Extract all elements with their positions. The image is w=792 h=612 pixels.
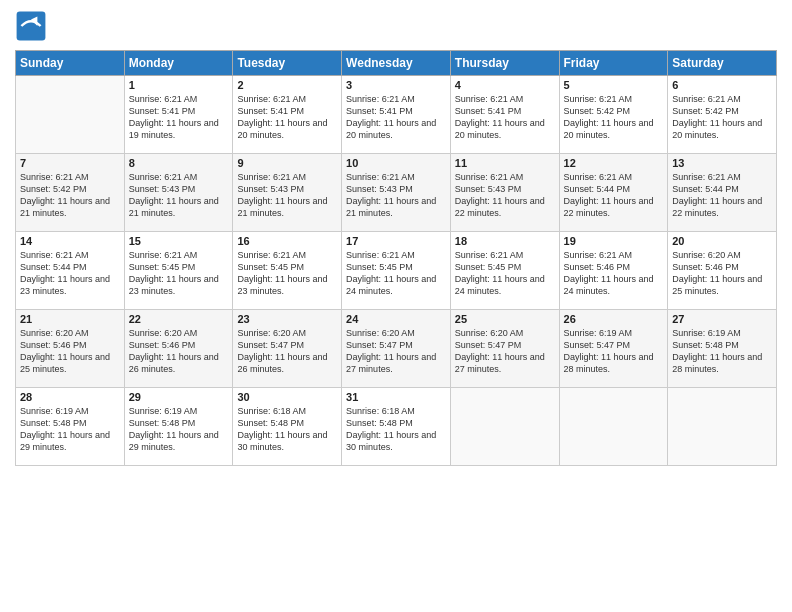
calendar-week-row: 7 Sunrise: 6:21 AM Sunset: 5:42 PM Dayli…	[16, 154, 777, 232]
day-info: Sunrise: 6:21 AM Sunset: 5:42 PM Dayligh…	[672, 93, 772, 142]
sunset-label: Sunset: 5:47 PM	[455, 340, 522, 350]
calendar-cell: 18 Sunrise: 6:21 AM Sunset: 5:45 PM Dayl…	[450, 232, 559, 310]
calendar-cell: 20 Sunrise: 6:20 AM Sunset: 5:46 PM Dayl…	[668, 232, 777, 310]
calendar-cell: 24 Sunrise: 6:20 AM Sunset: 5:47 PM Dayl…	[342, 310, 451, 388]
sunset-label: Sunset: 5:45 PM	[455, 262, 522, 272]
day-number: 25	[455, 313, 555, 325]
daylight-label: Daylight: 11 hours and 20 minutes.	[455, 118, 545, 140]
daylight-label: Daylight: 11 hours and 25 minutes.	[672, 274, 762, 296]
calendar-cell: 7 Sunrise: 6:21 AM Sunset: 5:42 PM Dayli…	[16, 154, 125, 232]
day-info: Sunrise: 6:19 AM Sunset: 5:47 PM Dayligh…	[564, 327, 664, 376]
sunset-label: Sunset: 5:48 PM	[237, 418, 304, 428]
calendar-week-row: 28 Sunrise: 6:19 AM Sunset: 5:48 PM Dayl…	[16, 388, 777, 466]
day-info: Sunrise: 6:20 AM Sunset: 5:47 PM Dayligh…	[455, 327, 555, 376]
day-headers-row: Sunday Monday Tuesday Wednesday Thursday…	[16, 51, 777, 76]
calendar-cell: 14 Sunrise: 6:21 AM Sunset: 5:44 PM Dayl…	[16, 232, 125, 310]
day-number: 20	[672, 235, 772, 247]
day-number: 27	[672, 313, 772, 325]
daylight-label: Daylight: 11 hours and 25 minutes.	[20, 352, 110, 374]
sunset-label: Sunset: 5:45 PM	[237, 262, 304, 272]
sunrise-label: Sunrise: 6:21 AM	[129, 172, 198, 182]
header-sunday: Sunday	[16, 51, 125, 76]
daylight-label: Daylight: 11 hours and 26 minutes.	[237, 352, 327, 374]
daylight-label: Daylight: 11 hours and 23 minutes.	[237, 274, 327, 296]
calendar-cell: 1 Sunrise: 6:21 AM Sunset: 5:41 PM Dayli…	[124, 76, 233, 154]
day-number: 10	[346, 157, 446, 169]
day-number: 31	[346, 391, 446, 403]
daylight-label: Daylight: 11 hours and 30 minutes.	[237, 430, 327, 452]
sunset-label: Sunset: 5:48 PM	[346, 418, 413, 428]
day-info: Sunrise: 6:21 AM Sunset: 5:41 PM Dayligh…	[346, 93, 446, 142]
daylight-label: Daylight: 11 hours and 28 minutes.	[564, 352, 654, 374]
calendar-cell: 26 Sunrise: 6:19 AM Sunset: 5:47 PM Dayl…	[559, 310, 668, 388]
calendar-cell: 16 Sunrise: 6:21 AM Sunset: 5:45 PM Dayl…	[233, 232, 342, 310]
day-number: 14	[20, 235, 120, 247]
calendar-cell: 19 Sunrise: 6:21 AM Sunset: 5:46 PM Dayl…	[559, 232, 668, 310]
sunrise-label: Sunrise: 6:21 AM	[564, 172, 633, 182]
day-number: 3	[346, 79, 446, 91]
day-info: Sunrise: 6:21 AM Sunset: 5:44 PM Dayligh…	[672, 171, 772, 220]
day-info: Sunrise: 6:20 AM Sunset: 5:46 PM Dayligh…	[129, 327, 229, 376]
day-info: Sunrise: 6:21 AM Sunset: 5:45 PM Dayligh…	[455, 249, 555, 298]
logo	[15, 10, 51, 42]
sunset-label: Sunset: 5:41 PM	[455, 106, 522, 116]
header-friday: Friday	[559, 51, 668, 76]
sunset-label: Sunset: 5:42 PM	[20, 184, 87, 194]
sunrise-label: Sunrise: 6:18 AM	[237, 406, 306, 416]
day-number: 4	[455, 79, 555, 91]
calendar-cell	[16, 76, 125, 154]
daylight-label: Daylight: 11 hours and 21 minutes.	[346, 196, 436, 218]
daylight-label: Daylight: 11 hours and 27 minutes.	[455, 352, 545, 374]
day-number: 2	[237, 79, 337, 91]
daylight-label: Daylight: 11 hours and 26 minutes.	[129, 352, 219, 374]
calendar-cell: 22 Sunrise: 6:20 AM Sunset: 5:46 PM Dayl…	[124, 310, 233, 388]
daylight-label: Daylight: 11 hours and 22 minutes.	[672, 196, 762, 218]
sunset-label: Sunset: 5:48 PM	[672, 340, 739, 350]
sunset-label: Sunset: 5:48 PM	[20, 418, 87, 428]
day-number: 6	[672, 79, 772, 91]
day-number: 21	[20, 313, 120, 325]
header	[15, 10, 777, 42]
daylight-label: Daylight: 11 hours and 30 minutes.	[346, 430, 436, 452]
sunset-label: Sunset: 5:46 PM	[672, 262, 739, 272]
sunset-label: Sunset: 5:45 PM	[346, 262, 413, 272]
sunrise-label: Sunrise: 6:21 AM	[237, 250, 306, 260]
day-number: 19	[564, 235, 664, 247]
day-number: 9	[237, 157, 337, 169]
daylight-label: Daylight: 11 hours and 27 minutes.	[346, 352, 436, 374]
sunrise-label: Sunrise: 6:21 AM	[564, 94, 633, 104]
calendar-cell: 11 Sunrise: 6:21 AM Sunset: 5:43 PM Dayl…	[450, 154, 559, 232]
calendar-cell: 6 Sunrise: 6:21 AM Sunset: 5:42 PM Dayli…	[668, 76, 777, 154]
header-monday: Monday	[124, 51, 233, 76]
day-number: 11	[455, 157, 555, 169]
day-info: Sunrise: 6:21 AM Sunset: 5:41 PM Dayligh…	[237, 93, 337, 142]
sunrise-label: Sunrise: 6:21 AM	[346, 172, 415, 182]
sunrise-label: Sunrise: 6:18 AM	[346, 406, 415, 416]
sunrise-label: Sunrise: 6:19 AM	[20, 406, 89, 416]
day-info: Sunrise: 6:21 AM Sunset: 5:42 PM Dayligh…	[20, 171, 120, 220]
calendar-cell: 13 Sunrise: 6:21 AM Sunset: 5:44 PM Dayl…	[668, 154, 777, 232]
day-info: Sunrise: 6:21 AM Sunset: 5:43 PM Dayligh…	[237, 171, 337, 220]
day-info: Sunrise: 6:21 AM Sunset: 5:43 PM Dayligh…	[129, 171, 229, 220]
calendar-cell: 29 Sunrise: 6:19 AM Sunset: 5:48 PM Dayl…	[124, 388, 233, 466]
sunset-label: Sunset: 5:43 PM	[237, 184, 304, 194]
day-info: Sunrise: 6:20 AM Sunset: 5:47 PM Dayligh…	[346, 327, 446, 376]
calendar-cell: 4 Sunrise: 6:21 AM Sunset: 5:41 PM Dayli…	[450, 76, 559, 154]
daylight-label: Daylight: 11 hours and 19 minutes.	[129, 118, 219, 140]
day-number: 17	[346, 235, 446, 247]
sunset-label: Sunset: 5:43 PM	[455, 184, 522, 194]
daylight-label: Daylight: 11 hours and 29 minutes.	[129, 430, 219, 452]
sunset-label: Sunset: 5:41 PM	[129, 106, 196, 116]
sunrise-label: Sunrise: 6:20 AM	[672, 250, 741, 260]
sunset-label: Sunset: 5:44 PM	[672, 184, 739, 194]
header-thursday: Thursday	[450, 51, 559, 76]
header-saturday: Saturday	[668, 51, 777, 76]
sunset-label: Sunset: 5:44 PM	[20, 262, 87, 272]
calendar-cell: 25 Sunrise: 6:20 AM Sunset: 5:47 PM Dayl…	[450, 310, 559, 388]
day-number: 29	[129, 391, 229, 403]
sunset-label: Sunset: 5:47 PM	[237, 340, 304, 350]
day-info: Sunrise: 6:21 AM Sunset: 5:41 PM Dayligh…	[455, 93, 555, 142]
day-info: Sunrise: 6:19 AM Sunset: 5:48 PM Dayligh…	[672, 327, 772, 376]
day-number: 13	[672, 157, 772, 169]
sunrise-label: Sunrise: 6:21 AM	[20, 250, 89, 260]
